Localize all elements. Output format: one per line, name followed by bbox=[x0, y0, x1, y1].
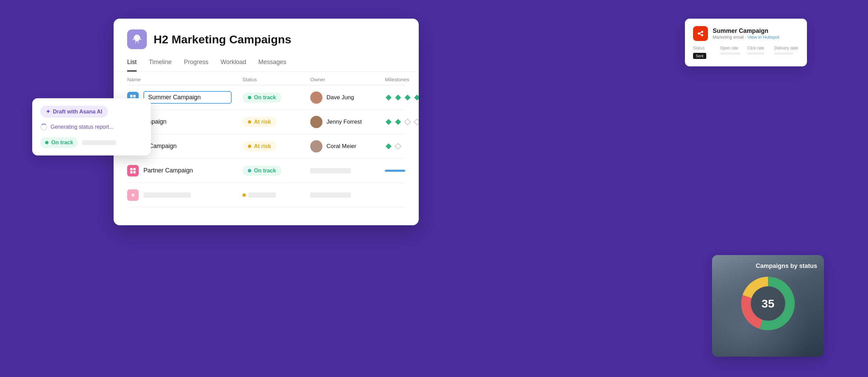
owner-cell-partner bbox=[310, 168, 385, 173]
tab-workload[interactable]: Workload bbox=[220, 59, 246, 71]
col-header-name: Name bbox=[127, 77, 242, 82]
task-icon-star: ★ bbox=[127, 189, 139, 201]
table-row: ★ bbox=[127, 183, 405, 207]
milestones-cell-partner bbox=[385, 170, 419, 172]
owner-name-jenny: Jenny Forrest bbox=[327, 119, 362, 125]
milestone-filled-1 bbox=[385, 118, 392, 126]
hs-col-header-openrate: Open rate bbox=[720, 46, 745, 50]
milestones-cell-summer bbox=[385, 94, 419, 101]
svg-point-8 bbox=[312, 124, 320, 128]
svg-point-10 bbox=[312, 148, 320, 152]
milestones-cell-fall bbox=[385, 118, 419, 126]
status-dot-yellow bbox=[248, 120, 251, 124]
status-label: On track bbox=[254, 168, 276, 174]
hs-col-header-clickrate: Click rate bbox=[747, 46, 772, 50]
project-icon bbox=[127, 29, 147, 49]
svg-rect-13 bbox=[130, 171, 133, 173]
tab-progress[interactable]: Progress bbox=[184, 59, 208, 71]
status-badge-on-track-2[interactable]: On track bbox=[242, 166, 281, 176]
hubspot-panel: Summer Campaign Marketing email · View i… bbox=[685, 19, 807, 66]
status-dot-green-ai bbox=[45, 141, 48, 144]
status-label: At risk bbox=[254, 119, 271, 125]
on-track-label: On track bbox=[51, 140, 73, 146]
hubspot-title-group: Summer Campaign Marketing email · View i… bbox=[713, 27, 779, 40]
status-label: At risk bbox=[254, 143, 271, 149]
svg-point-7 bbox=[314, 118, 319, 123]
click-rate-bar bbox=[747, 53, 764, 55]
rocket-icon bbox=[132, 34, 142, 45]
tabs-nav: List Timeline Progress Workload Messages bbox=[127, 59, 405, 71]
hubspot-header: Summer Campaign Marketing email · View i… bbox=[693, 26, 799, 41]
ai-status-row: On track bbox=[40, 137, 143, 148]
status-dot-yellow-2 bbox=[248, 145, 251, 148]
person-silhouette bbox=[310, 91, 322, 104]
grid-icon-2 bbox=[130, 167, 136, 174]
person-silhouette bbox=[310, 140, 322, 152]
ai-status-placeholder bbox=[82, 140, 116, 145]
svg-rect-12 bbox=[133, 168, 136, 170]
sparkle-icon: ✦ bbox=[46, 108, 50, 115]
delivery-date-bar bbox=[774, 53, 793, 55]
owner-cell-summer: Dave Jung bbox=[310, 91, 385, 104]
hs-col-header-status: Status bbox=[693, 46, 717, 50]
svg-point-6 bbox=[312, 99, 320, 104]
open-rate-bar bbox=[720, 53, 741, 55]
col-header-milestones: Milestones bbox=[385, 77, 419, 82]
owner-cell-placeholder bbox=[310, 192, 385, 198]
status-cell-summer: On track bbox=[242, 92, 310, 103]
hubspot-subtitle-text: Marketing email · bbox=[713, 35, 748, 40]
hubspot-logo bbox=[696, 29, 705, 38]
chart-panel: Campaigns by status 35 bbox=[712, 255, 824, 357]
hubspot-view-link[interactable]: View in Hubspot bbox=[748, 35, 780, 40]
project-title: H2 Marketing Campaigns bbox=[154, 33, 291, 46]
hs-openrate-col: Open rate bbox=[720, 46, 745, 59]
status-badge-at-risk[interactable]: At risk bbox=[242, 117, 276, 127]
svg-point-5 bbox=[314, 93, 319, 98]
table-row: Launch Campaign At risk Coral Meier bbox=[127, 134, 405, 159]
owner-name-coral: Coral Meier bbox=[327, 143, 356, 150]
ai-draft-panel: ✦ Draft with Asana AI Generating status … bbox=[32, 98, 151, 155]
chart-title: Campaigns by status bbox=[719, 263, 817, 270]
hs-status-col: Status Sent bbox=[693, 46, 717, 59]
status-badge-at-risk-2[interactable]: At risk bbox=[242, 141, 276, 151]
tab-messages[interactable]: Messages bbox=[258, 59, 286, 71]
chart-content: Campaigns by status 35 bbox=[712, 255, 824, 339]
status-badge-on-track[interactable]: On track bbox=[242, 92, 281, 103]
name-placeholder bbox=[143, 192, 191, 198]
on-track-badge: On track bbox=[40, 137, 78, 148]
owner-placeholder-2 bbox=[310, 192, 351, 198]
col-header-status: Status bbox=[242, 77, 310, 82]
table-row: Fall Campaign At risk Jenny Forrest bbox=[127, 110, 405, 134]
main-project-panel: H2 Marketing Campaigns List Timeline Pro… bbox=[114, 19, 419, 225]
summer-campaign-name-input[interactable] bbox=[143, 91, 232, 104]
status-dot-green bbox=[248, 96, 251, 99]
svg-point-0 bbox=[136, 37, 138, 39]
status-cell-placeholder bbox=[242, 192, 310, 198]
avatar-dave bbox=[310, 91, 322, 104]
tab-list[interactable]: List bbox=[127, 59, 137, 71]
table-row: On track Dave Jung bbox=[127, 85, 405, 110]
owner-cell-fall: Jenny Forrest bbox=[310, 116, 385, 128]
generating-status: Generating status report... bbox=[40, 124, 143, 130]
milestone-empty-1 bbox=[404, 118, 411, 126]
hubspot-metrics: Status Sent Open rate Click rate Deliver… bbox=[693, 46, 799, 59]
draft-with-ai-button[interactable]: ✦ Draft with Asana AI bbox=[40, 106, 108, 118]
status-label: On track bbox=[254, 95, 276, 101]
hs-col-header-delivery: Delivery date bbox=[774, 46, 799, 50]
milestone-filled-4 bbox=[413, 94, 419, 101]
project-title-row: H2 Marketing Campaigns bbox=[127, 29, 405, 49]
milestone-filled-2 bbox=[394, 118, 402, 126]
task-icon-partner bbox=[127, 165, 139, 176]
owner-cell-launch: Coral Meier bbox=[310, 140, 385, 152]
status-placeholder bbox=[249, 192, 276, 198]
owner-placeholder bbox=[310, 168, 351, 173]
hubspot-subtitle: Marketing email · View in Hubspot bbox=[713, 35, 779, 40]
status-dot-placeholder bbox=[242, 193, 246, 197]
milestone-filled-2 bbox=[394, 94, 402, 101]
milestone-filled-1 bbox=[385, 94, 392, 101]
status-cell-fall: At risk bbox=[242, 117, 310, 127]
status-cell-partner: On track bbox=[242, 166, 310, 176]
partner-campaign-name: Partner Campaign bbox=[143, 167, 193, 174]
hubspot-campaign-title: Summer Campaign bbox=[713, 27, 779, 35]
tab-timeline[interactable]: Timeline bbox=[149, 59, 172, 71]
